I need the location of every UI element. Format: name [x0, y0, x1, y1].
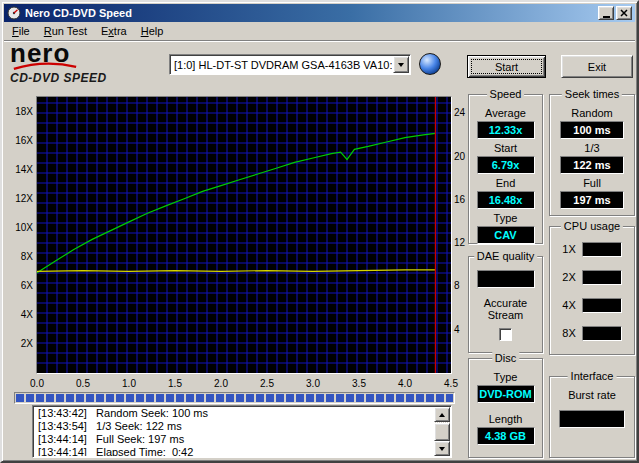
cpu-1x-label: 1X [562, 243, 575, 256]
x-axis-tick: 1.5 [165, 378, 185, 389]
y-axis-left-tick: 4X [6, 309, 33, 320]
seek-full-value: 197 ms [560, 191, 624, 209]
cpu-4x-row: 4X [550, 298, 634, 313]
y-axis-left-tick: 16X [6, 135, 33, 146]
speed-panel: Speed Average 12.33x Start 6.79x End 16.… [468, 94, 543, 244]
log-line: [13:43:54] 1/3 Seek: 122 ms [35, 420, 433, 433]
nero-brand-text: nero [10, 42, 162, 65]
seek-third-value: 122 ms [560, 156, 624, 174]
nero-logo: nero CD-DVD SPEED [10, 42, 162, 85]
disc-type-label: Type [469, 371, 542, 384]
interface-panel-title: Interface [568, 370, 617, 382]
seek-random-value: 100 ms [560, 121, 624, 139]
x-axis-tick: 2.0 [211, 378, 231, 389]
x-axis-tick: 1.0 [119, 378, 139, 389]
cpu-8x-row: 8X [550, 326, 634, 341]
log-line: [13:44:14] Elapsed Time: 0:42 [35, 446, 433, 456]
app-icon [7, 6, 21, 20]
y-axis-right-tick: 16 [454, 194, 470, 205]
speed-chart [36, 96, 452, 374]
cpu-4x-value [582, 298, 622, 313]
speed-average-value: 12.33x [477, 121, 535, 139]
y-axis-right-tick: 12 [454, 237, 470, 248]
y-axis-left-tick: 6X [6, 280, 33, 291]
titlebar-buttons [598, 6, 632, 20]
drive-selector[interactable]: [1:0] HL-DT-ST DVDRAM GSA-4163B VA10: [169, 54, 411, 75]
chevron-down-icon [398, 63, 404, 67]
cpu-1x-value [582, 242, 622, 257]
speed-end-value: 16.48x [477, 191, 535, 209]
scroll-down-button[interactable] [434, 441, 450, 456]
y-axis-left-tick: 2X [6, 338, 33, 349]
log-line: [13:43:42] Random Seek: 100 ms [35, 407, 433, 420]
menu-help[interactable]: Help [134, 22, 171, 42]
burst-rate-value [559, 410, 625, 428]
x-axis-tick: 3.0 [303, 378, 323, 389]
disc-panel: Disc Type DVD-ROM Length 4.38 GB [468, 358, 543, 458]
y-axis-left-tick: 14X [6, 164, 33, 175]
scroll-up-button[interactable] [434, 407, 450, 422]
scrollbar-thumb[interactable] [434, 423, 450, 441]
interface-panel: Interface Burst rate [549, 376, 635, 458]
x-axis-tick: 3.5 [349, 378, 369, 389]
y-axis-right-tick: 4 [454, 324, 470, 335]
seek-full-label: Full [550, 177, 634, 190]
seek-random-label: Random [550, 107, 634, 120]
close-button[interactable] [616, 6, 632, 20]
accurate-stream-checkbox[interactable] [499, 328, 512, 341]
dae-quality-panel: DAE quality Accurate Stream [468, 256, 543, 353]
cpu-2x-value [582, 270, 622, 285]
menubar: FileRun TestExtraHelp [4, 22, 635, 42]
speed-chart-plot [37, 97, 451, 373]
disc-type-value: DVD-ROM [477, 385, 535, 403]
x-axis-tick: 4.5 [441, 378, 461, 389]
x-axis-tick: 0.0 [27, 378, 47, 389]
y-axis-left-tick: 18X [6, 106, 33, 117]
speed-average-label: Average [469, 107, 542, 120]
cpu-4x-label: 4X [562, 299, 575, 312]
minimize-button[interactable] [598, 6, 614, 20]
progress-bar [14, 392, 455, 404]
log-scrollbar[interactable] [434, 407, 450, 456]
cpu-2x-row: 2X [550, 270, 634, 285]
close-icon [620, 9, 628, 17]
seek-times-panel-title: Seek times [562, 88, 622, 100]
start-button[interactable]: Start [467, 55, 546, 78]
disc-info-button[interactable] [419, 53, 441, 75]
menu-extra[interactable]: Extra [94, 22, 134, 42]
exit-button[interactable]: Exit [561, 55, 633, 78]
y-axis-right-tick: 24 [454, 107, 470, 118]
x-axis-tick: 0.5 [73, 378, 93, 389]
log-lines: [13:43:42] Random Seek: 100 ms [13:43:54… [35, 407, 433, 456]
burst-rate-label: Burst rate [550, 389, 634, 402]
minimize-icon [603, 16, 610, 18]
arrow-down-icon [439, 447, 445, 451]
seek-times-panel: Seek times Random 100 ms 1/3 122 ms Full… [549, 94, 635, 216]
cpu-8x-value [582, 326, 622, 341]
cpu-1x-row: 1X [550, 242, 634, 257]
app-window: Nero CD-DVD Speed FileRun TestExtraHelp … [0, 0, 639, 463]
logo-product-text: CD-DVD SPEED [10, 71, 162, 85]
cpu-usage-panel-title: CPU usage [561, 220, 623, 232]
cpu-8x-label: 8X [562, 327, 575, 340]
y-axis-right-tick: 8 [454, 280, 470, 291]
speed-type-label: Type [469, 212, 542, 225]
y-axis-right-tick: 20 [454, 151, 470, 162]
speed-start-value: 6.79x [477, 156, 535, 174]
disc-length-label: Length [469, 413, 542, 426]
accurate-stream-label: Accurate Stream [479, 297, 533, 321]
x-axis-tick: 2.5 [257, 378, 277, 389]
log-list[interactable]: [13:43:42] Random Seek: 100 ms [13:43:54… [32, 405, 452, 458]
drive-selector-dropdown-button[interactable] [393, 56, 409, 73]
dae-quality-value [477, 270, 535, 288]
drive-selector-value: [1:0] HL-DT-ST DVDRAM GSA-4163B VA10: [170, 59, 392, 71]
speed-panel-title: Speed [487, 88, 525, 100]
y-axis-left-tick: 12X [6, 193, 33, 204]
cpu-usage-panel: CPU usage 1X 2X 4X 8X [549, 226, 635, 355]
x-axis-tick: 4.0 [395, 378, 415, 389]
arrow-up-icon [439, 413, 445, 417]
dae-quality-panel-title: DAE quality [474, 250, 537, 262]
y-axis-left-tick: 8X [6, 251, 33, 262]
cpu-2x-label: 2X [562, 271, 575, 284]
progress-fill [16, 394, 453, 402]
